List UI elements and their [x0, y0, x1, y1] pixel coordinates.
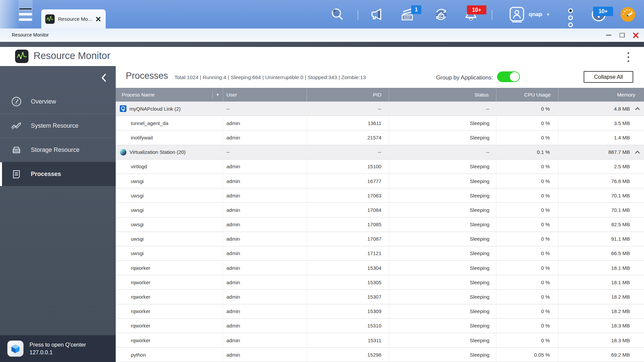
- sidebar-item-storage-resource[interactable]: Storage Resource: [0, 138, 116, 162]
- table-row[interactable]: inotifywaitadmin21574Sleeping0 %1.4 MB: [116, 130, 644, 145]
- collapse-all-button[interactable]: Collapse All: [584, 71, 633, 83]
- cell-status: Sleeping: [389, 304, 496, 318]
- cell-status: Sleeping: [389, 174, 496, 188]
- announcement-icon[interactable]: [367, 0, 387, 28]
- cell-process-name: tunnel_agent_da: [116, 116, 223, 130]
- user-menu[interactable]: qnap ▼: [509, 0, 550, 28]
- cell-user: admin: [223, 348, 307, 362]
- sidebar-item-overview[interactable]: Overview: [0, 89, 116, 114]
- table-row[interactable]: tunnel_agent_daadmin13611Sleeping0 %3.5 …: [116, 116, 644, 130]
- cell-process-name: uwsgi: [116, 174, 223, 188]
- cell-memory: 18.2 MB: [558, 290, 644, 304]
- sidebar-item-system-resource[interactable]: System Resource: [0, 114, 116, 138]
- cell-cpu-usage: 0 %: [496, 203, 558, 217]
- background-tasks-icon[interactable]: [397, 0, 418, 28]
- table-row[interactable]: rqworkeradmin15307Sleeping0 %18.2 MB: [116, 290, 644, 304]
- cell-memory: 76.8 MB: [558, 174, 644, 188]
- table-row[interactable]: rqworkeradmin15304Sleeping0 %18.1 MB: [116, 261, 644, 275]
- table-row[interactable]: rqworkeradmin15305Sleeping0 %18.1 MB: [116, 275, 644, 290]
- table-row[interactable]: rqworkeradmin15311Sleeping0 %18.3 MB: [116, 333, 644, 348]
- table-row[interactable]: rqworkeradmin15309Sleeping0 %18.2 MB: [116, 304, 644, 319]
- cell-memory: 70.1 MB: [558, 203, 644, 217]
- minimize-button[interactable]: [605, 32, 612, 39]
- restore-button[interactable]: [619, 32, 626, 39]
- cell-cpu-usage: 0.05 %: [496, 348, 558, 362]
- tab-close-icon[interactable]: [95, 16, 102, 22]
- table-row[interactable]: uwsgiadmin16777Sleeping0 %76.8 MB: [116, 174, 644, 188]
- cell-cpu-usage: 0 %: [496, 261, 558, 275]
- task-tab-resource-monitor[interactable]: Resource Mo...: [41, 9, 106, 28]
- cell-process-name: rqworker: [116, 319, 223, 333]
- cell-memory: 70.1 MB: [558, 188, 644, 202]
- table-group-row[interactable]: Virtualization Station (20)------0.1 %88…: [116, 145, 644, 160]
- storage-icon: [11, 144, 22, 156]
- sidebar-collapse-icon[interactable]: [101, 73, 106, 83]
- more-options-icon[interactable]: [568, 8, 573, 27]
- cell-process-name: rqworker: [116, 333, 223, 347]
- cell-user: admin: [223, 116, 307, 130]
- cell-cpu-usage: 0 %: [496, 319, 558, 333]
- process-stats: Total:1024 | Running:4 | Sleeping:664 | …: [174, 74, 366, 80]
- cell-cpu-usage: 0 %: [496, 218, 558, 232]
- cell-memory: 1.4 MB: [558, 130, 644, 144]
- table-row[interactable]: uwsgiadmin17083Sleeping0 %70.1 MB: [116, 188, 644, 203]
- cell-memory: 18.1 MB: [558, 261, 644, 275]
- cell-memory: 18.3 MB: [558, 333, 644, 347]
- window-top-strip: [0, 42, 644, 47]
- table-body: myQNAPcloud Link (2)------0 %4.8 MBtunne…: [116, 102, 644, 362]
- column-header-user[interactable]: User: [223, 88, 307, 102]
- cell-user: admin: [223, 218, 307, 232]
- cell-status: --: [389, 102, 496, 116]
- page-title: Resource Monitor: [34, 50, 110, 61]
- search-icon[interactable]: [329, 0, 346, 28]
- table-row[interactable]: uwsgiadmin17084Sleeping0 %70.1 MB: [116, 203, 644, 217]
- cell-pid: --: [307, 102, 389, 116]
- column-header-process-name[interactable]: Process Name ▼: [116, 88, 223, 102]
- column-header-cpu-usage[interactable]: CPU Usage: [496, 88, 558, 102]
- cell-memory: 18.2 MB: [558, 304, 644, 318]
- collapse-group-icon[interactable]: [635, 150, 640, 154]
- close-button[interactable]: [632, 32, 639, 39]
- topbar-divider: [492, 10, 492, 20]
- cell-pid: 21574: [307, 130, 389, 144]
- sort-dropdown-icon[interactable]: ▼: [212, 91, 219, 99]
- background-tasks-badge: 1: [411, 5, 421, 14]
- group-by-toggle[interactable]: [497, 71, 520, 82]
- column-header-memory[interactable]: Memory: [558, 88, 644, 102]
- dashboard-icon[interactable]: [619, 0, 637, 28]
- table-row[interactable]: pythonadmin15298Sleeping0.05 %69.2 MB: [116, 348, 644, 362]
- table-row[interactable]: uwsgiadmin17087Sleeping0 %91.1 MB: [116, 232, 644, 246]
- table-row[interactable]: uwsgiadmin17121Sleeping0 %66.5 MB: [116, 246, 644, 261]
- notifications-badge: 10+: [467, 5, 486, 14]
- table-row[interactable]: rqworkeradmin15310Sleeping0 %18.3 MB: [116, 319, 644, 333]
- user-icon: [509, 6, 525, 22]
- cell-status: Sleeping: [389, 319, 496, 333]
- cell-memory: 82.5 MB: [558, 218, 644, 232]
- cell-status: Sleeping: [389, 275, 496, 289]
- cell-status: Sleeping: [389, 160, 496, 174]
- cell-pid: 13611: [307, 116, 389, 130]
- cell-pid: 17084: [307, 203, 389, 217]
- chart-icon: [11, 120, 22, 132]
- qcenter-button[interactable]: Press to open Q'center 127.0.0.1: [0, 335, 116, 362]
- table-group-row[interactable]: myQNAPcloud Link (2)------0 %4.8 MB: [116, 102, 644, 116]
- cell-status: Sleeping: [389, 348, 496, 362]
- sidebar-item-processes[interactable]: Processes: [0, 162, 116, 186]
- cell-pid: 17087: [307, 232, 389, 246]
- window-titlebar[interactable]: Resource Monitor: [0, 28, 644, 42]
- cell-pid: 16777: [307, 174, 389, 188]
- sidebar-item-label: Overview: [31, 98, 56, 105]
- cell-memory: 4.8 MB: [558, 102, 644, 116]
- cell-pid: 15304: [307, 261, 389, 275]
- main-menu-icon[interactable]: [18, 0, 33, 28]
- table-row[interactable]: uwsgiadmin17085Sleeping0 %82.5 MB: [116, 218, 644, 232]
- column-header-pid[interactable]: PID: [307, 88, 389, 102]
- external-device-icon[interactable]: [430, 0, 452, 28]
- column-header-status[interactable]: Status: [389, 88, 496, 102]
- list-icon: [11, 169, 22, 180]
- table-row[interactable]: virtlogdadmin15100Sleeping0 %2.5 MB: [116, 160, 644, 174]
- group-by-label: Group by Applications:: [436, 74, 493, 81]
- collapse-group-icon[interactable]: [635, 107, 640, 110]
- cell-pid: 15305: [307, 275, 389, 289]
- header-more-options-icon[interactable]: [626, 51, 631, 63]
